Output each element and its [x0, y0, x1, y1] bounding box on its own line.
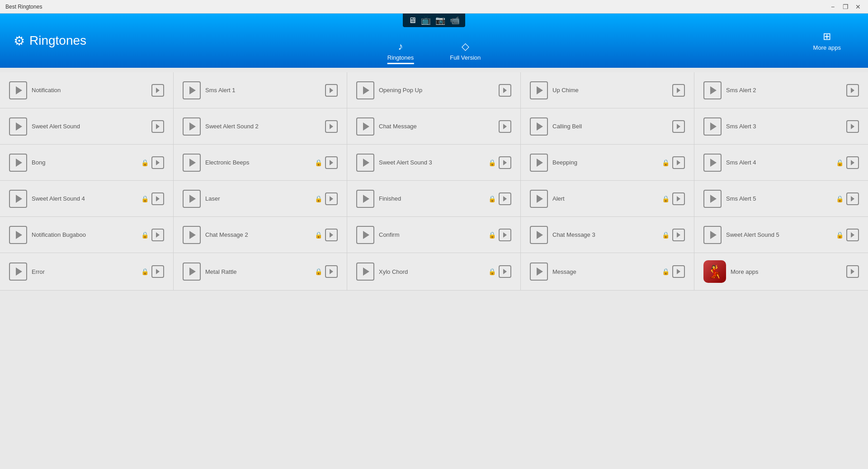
- list-item: Up Chime: [521, 72, 694, 108]
- minimize-button[interactable]: −: [828, 2, 837, 11]
- more-apps-chevron-button[interactable]: [846, 265, 859, 278]
- track-chevron-button[interactable]: [846, 192, 859, 205]
- chevron-right-icon: [330, 160, 333, 165]
- list-item: Sweet Alert Sound 3 🔒: [347, 145, 521, 181]
- play-button[interactable]: [703, 81, 722, 99]
- grid-icon: ⊞: [823, 31, 831, 42]
- play-triangle-icon: [189, 86, 196, 94]
- nav-tabs: ♪ Ringtones ◇ Full Version: [387, 14, 481, 68]
- track-name: Notification: [32, 87, 149, 94]
- lock-icon: 🔒: [662, 231, 670, 239]
- play-button[interactable]: [530, 117, 548, 136]
- track-chevron-button[interactable]: [151, 265, 164, 278]
- play-button[interactable]: [9, 226, 27, 244]
- more-apps-cell[interactable]: 💃 More apps: [694, 253, 868, 291]
- play-triangle-icon: [16, 267, 22, 276]
- track-name: Chat Message 2: [205, 231, 313, 238]
- track-chevron-button[interactable]: [325, 156, 338, 169]
- track-name: Beepping: [552, 159, 660, 166]
- list-item: Alert 🔒: [521, 181, 694, 217]
- play-triangle-icon: [16, 159, 22, 167]
- play-button[interactable]: [183, 263, 201, 281]
- lock-icon: 🔒: [141, 159, 149, 166]
- play-button[interactable]: [183, 226, 201, 244]
- play-triangle-icon: [537, 122, 543, 131]
- play-button[interactable]: [530, 226, 548, 244]
- play-button[interactable]: [183, 81, 201, 99]
- play-button[interactable]: [356, 81, 374, 99]
- play-button[interactable]: [703, 226, 722, 244]
- play-button[interactable]: [530, 154, 548, 172]
- track-chevron-button[interactable]: [846, 229, 859, 241]
- track-chevron-button[interactable]: [499, 156, 511, 169]
- play-button[interactable]: [356, 117, 374, 136]
- play-button[interactable]: [530, 190, 548, 208]
- play-triangle-icon: [189, 122, 196, 131]
- track-chevron-button[interactable]: [499, 120, 511, 133]
- play-button[interactable]: [183, 117, 201, 136]
- track-chevron-button[interactable]: [151, 84, 164, 97]
- track-chevron-button[interactable]: [325, 192, 338, 205]
- play-button[interactable]: [356, 263, 374, 281]
- close-button[interactable]: ✕: [854, 2, 863, 11]
- play-triangle-icon: [537, 231, 543, 239]
- list-item: Beepping 🔒: [521, 145, 694, 181]
- play-button[interactable]: [530, 81, 548, 99]
- track-chevron-button[interactable]: [151, 156, 164, 169]
- play-button[interactable]: [356, 190, 374, 208]
- content-area: Notification Sms Alert 1 Opening Pop Up …: [0, 68, 868, 295]
- track-chevron-button[interactable]: [672, 192, 685, 205]
- play-button[interactable]: [356, 154, 374, 172]
- play-button[interactable]: [703, 190, 722, 208]
- chevron-right-icon: [156, 124, 160, 129]
- play-button[interactable]: [183, 154, 201, 172]
- play-button[interactable]: [530, 263, 548, 281]
- track-chevron-button[interactable]: [325, 265, 338, 278]
- track-chevron-button[interactable]: [846, 156, 859, 169]
- tab-ringtones[interactable]: ♪ Ringtones: [387, 41, 414, 64]
- track-chevron-button[interactable]: [672, 156, 685, 169]
- chevron-right-icon: [503, 196, 507, 202]
- restore-button[interactable]: ❐: [841, 2, 850, 11]
- track-chevron-button[interactable]: [325, 229, 338, 241]
- list-item: Finished 🔒: [347, 181, 521, 217]
- play-button[interactable]: [9, 190, 27, 208]
- track-chevron-button[interactable]: [499, 192, 511, 205]
- chevron-right-icon: [156, 196, 160, 202]
- track-chevron-button[interactable]: [499, 84, 511, 97]
- lock-icon: 🔒: [836, 231, 844, 239]
- play-button[interactable]: [9, 117, 27, 136]
- track-chevron-button[interactable]: [499, 229, 511, 241]
- more-apps-header-button[interactable]: ⊞ More apps: [813, 31, 841, 51]
- track-name: Metal Rattle: [205, 268, 313, 275]
- track-chevron-button[interactable]: [846, 84, 859, 97]
- tab-fullversion[interactable]: ◇ Full Version: [450, 41, 481, 64]
- track-chevron-button[interactable]: [672, 229, 685, 241]
- more-apps-thumbnail: 💃: [703, 260, 726, 283]
- play-button[interactable]: [9, 263, 27, 281]
- list-item: Sms Alert 5 🔒: [694, 181, 868, 217]
- play-button[interactable]: [356, 226, 374, 244]
- play-button[interactable]: [9, 154, 27, 172]
- track-chevron-button[interactable]: [672, 84, 685, 97]
- lock-icon: 🔒: [315, 195, 322, 202]
- play-triangle-icon: [710, 122, 717, 131]
- play-button[interactable]: [9, 81, 27, 99]
- list-item: Bong 🔒: [0, 145, 174, 181]
- play-triangle-icon: [189, 231, 196, 239]
- track-chevron-button[interactable]: [325, 120, 338, 133]
- play-button[interactable]: [183, 190, 201, 208]
- track-chevron-button[interactable]: [151, 192, 164, 205]
- track-chevron-button[interactable]: [672, 265, 685, 278]
- track-chevron-button[interactable]: [672, 120, 685, 133]
- more-apps-avatar: 💃: [707, 264, 723, 279]
- tracks-grid: Notification Sms Alert 1 Opening Pop Up …: [0, 72, 868, 291]
- track-chevron-button[interactable]: [325, 84, 338, 97]
- play-button[interactable]: [703, 154, 722, 172]
- track-chevron-button[interactable]: [151, 120, 164, 133]
- list-item: Metal Rattle 🔒: [174, 253, 347, 291]
- track-chevron-button[interactable]: [846, 120, 859, 133]
- track-chevron-button[interactable]: [499, 265, 511, 278]
- track-chevron-button[interactable]: [151, 229, 164, 241]
- play-button[interactable]: [703, 117, 722, 136]
